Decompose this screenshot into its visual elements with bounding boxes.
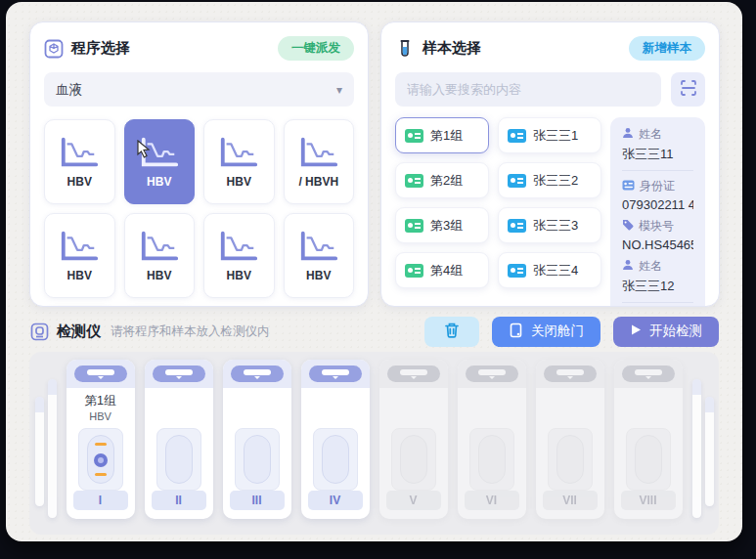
detector-slot[interactable]: 第1组 HBV I [67,360,135,519]
door-icon [509,322,523,341]
program-card[interactable]: / HBVH [284,119,355,204]
category-select[interactable]: 血液 ▾ [44,72,354,107]
vial-icon [165,435,193,484]
vial-mark [95,473,107,476]
thermal-profile-icon [298,229,339,264]
program-label: HBV [306,269,331,282]
slot-drawer[interactable] [145,360,213,388]
search-input[interactable] [395,72,661,107]
sample-item-person[interactable]: 张三三2 [498,162,601,198]
id-card-icon [508,219,526,233]
sample-item-label: 张三三2 [533,172,578,190]
slot-body: III [223,388,291,519]
cartridge-bay [156,428,201,491]
slot-drawer[interactable] [614,360,683,388]
slot-drawer[interactable] [223,360,291,388]
cartridge-bay [391,428,436,491]
scan-icon [680,79,697,100]
chevron-down-icon: ▾ [336,83,342,97]
program-card[interactable]: HBV [44,119,115,204]
clear-button[interactable] [424,317,479,347]
program-card[interactable]: HBV [124,213,196,298]
thermal-profile-icon [139,135,180,170]
sample-item-person[interactable]: 张三三3 [498,207,601,243]
program-label: HBV [227,175,251,189]
detector-slot[interactable]: III [223,360,291,519]
program-card[interactable]: HBV [203,119,275,204]
thermal-profile-icon [59,135,100,170]
program-card[interactable]: HBV [284,213,355,298]
divider [622,302,693,303]
sample-item-label: 第2组 [430,172,463,190]
detector-slot[interactable]: IV [301,360,370,519]
trash-icon [444,322,460,341]
drawer-handle-icon [387,366,440,382]
vial-mark [95,443,107,446]
stacked-slot-edge [48,379,57,518]
slot-program-label: HBV [89,409,111,424]
sample-item-label: 张三三4 [533,262,578,280]
cube-icon [44,39,64,59]
detector-slot: VI [458,360,526,519]
tag-icon [622,219,634,234]
dispatch-button[interactable]: 一键派发 [278,36,354,61]
slot-body: VII [536,388,604,519]
slot-numeral: VIII [621,491,676,510]
sample-item-group[interactable]: 第1组 [395,117,489,153]
thermal-profile-icon [298,135,339,170]
slot-drawer[interactable] [301,360,370,388]
vial-icon [244,435,271,484]
sample-item-group[interactable]: 第2组 [395,162,489,198]
id-card-icon [405,219,423,233]
vial-icon [87,435,114,484]
close-door-button[interactable]: 关闭舱门 [492,317,600,347]
slot-stack-left [35,360,57,535]
detector-slot[interactable]: II [145,360,213,519]
detail-field: 姓名 张三三11 [622,126,693,163]
slot-drawer[interactable] [458,360,526,388]
slot-numeral: VI [465,491,519,510]
scan-button[interactable] [671,72,705,107]
vial-icon [556,435,584,484]
person-icon [622,127,634,142]
detail-field-value: 张三三12 [622,278,693,295]
add-sample-button[interactable]: 新增样本 [629,36,705,61]
detail-field-value: NO.HS454656 [622,237,693,252]
program-grid: HBV HBV HBV / HBVH HBV HBV [44,119,354,307]
slot-stack-right [692,360,714,535]
id-card-icon [405,264,423,278]
slot-numeral: II [152,491,206,510]
detector-title: 检测仪 [57,322,101,341]
program-card[interactable]: HBV [44,213,115,298]
detector-area: 第1组 HBV I [29,352,719,535]
drawer-handle-icon [153,366,205,382]
slot-drawer[interactable] [379,360,448,388]
slot-numeral: III [230,491,285,510]
slot-drawer[interactable] [67,360,135,388]
program-card[interactable]: HBV [203,213,275,298]
sample-panel-title: 样本选择 [422,39,481,58]
cartridge-bay [235,428,280,491]
drawer-handle-icon [309,366,362,382]
sample-item-group[interactable]: 第4组 [395,252,489,288]
program-card[interactable]: HBV [124,119,196,204]
sample-item-group[interactable]: 第3组 [395,207,489,243]
program-label: HBV [67,269,92,282]
program-panel: 程序选择 一键派发 血液 ▾ HBV HBV HBV [29,22,369,307]
slot-row: 第1组 HBV I [67,360,683,535]
slot-numeral: VII [543,491,598,510]
slot-numeral: V [386,491,441,510]
id-card-icon [622,180,635,194]
cartridge-bay [548,428,593,491]
detector-subtitle: 请将程序和样本放入检测仪内 [111,323,270,340]
slot-drawer[interactable] [536,360,604,388]
detail-field: 模块号 NO.HS454656 [622,218,693,252]
cartridge-bay [78,428,123,491]
drawer-handle-icon [231,366,284,382]
sample-item-person[interactable]: 张三三1 [498,117,601,153]
detail-field-value: 079302211 4223444222 [622,197,693,212]
start-detect-button[interactable]: 开始检测 [613,317,719,347]
stacked-slot-edge [35,397,44,506]
group-list: 第1组 第2组 第3组 第4组 [395,117,489,307]
sample-item-person[interactable]: 张三三4 [498,252,601,288]
